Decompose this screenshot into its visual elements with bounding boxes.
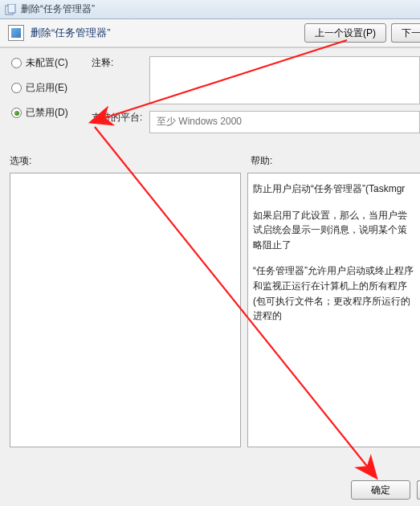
help-label: 帮助: [251,154,272,168]
platform-value: 至少 Windows 2000 [157,116,242,127]
meta-column: 注释: 支持的平台: 至少 Windows 2000 [92,56,420,133]
header-policy-icon [8,25,24,41]
platform-box: 至少 Windows 2000 [149,111,420,133]
footer-buttons: 确定 [351,480,420,500]
prev-setting-button[interactable]: 上一个设置(P) [304,23,386,43]
mid-labels: 选项: 帮助: [0,154,420,168]
policy-icon [5,4,16,15]
radio-indicator-icon [11,83,22,93]
titlebar: 删除“任务管理器” [0,0,420,19]
ok-button[interactable]: 确定 [351,480,410,500]
help-panel: 防止用户启动“任务管理器”(Taskmgr 如果启用了此设置，那么，当用户尝试启… [247,173,420,447]
comment-box[interactable] [149,56,420,104]
help-paragraph: 如果启用了此设置，那么，当用户尝试启统会显示一则消息，说明某个策略阻止了 [253,208,415,253]
radio-label: 未配置(C) [26,56,68,70]
radio-indicator-icon [11,108,22,118]
next-setting-button[interactable]: 下一个 [391,23,420,43]
platform-label: 支持的平台: [92,111,143,133]
radio-label: 已禁用(D) [26,106,68,120]
radio-enabled[interactable]: 已启用(E) [11,81,92,95]
radio-disabled[interactable]: 已禁用(D) [11,106,92,120]
help-paragraph: 防止用户启动“任务管理器”(Taskmgr [253,182,415,197]
radio-label: 已启用(E) [26,81,67,95]
comment-label: 注释: [92,56,143,70]
options-label: 选项: [10,154,251,168]
svg-rect-1 [8,4,15,13]
window-title: 删除“任务管理器” [21,2,95,16]
radio-indicator-icon [11,58,22,68]
header-title: 删除“任务管理器” [31,26,111,40]
config-area: 未配置(C) 已启用(E) 已禁用(D) 注释: 支持的平台: 至少 Windo… [0,48,420,133]
cancel-button[interactable] [417,480,420,500]
options-panel [10,173,241,447]
header-bar: 删除“任务管理器” 上一个设置(P) 下一个 [0,19,420,48]
radio-not-configured[interactable]: 未配置(C) [11,56,92,70]
radio-group: 未配置(C) 已启用(E) 已禁用(D) [11,56,92,133]
panels-row: 防止用户启动“任务管理器”(Taskmgr 如果启用了此设置，那么，当用户尝试启… [0,168,420,447]
help-paragraph: “任务管理器”允许用户启动或终止程序和监视正运行在计算机上的所有程序(包可执行文… [253,263,415,323]
nav-buttons: 上一个设置(P) 下一个 [304,23,420,43]
